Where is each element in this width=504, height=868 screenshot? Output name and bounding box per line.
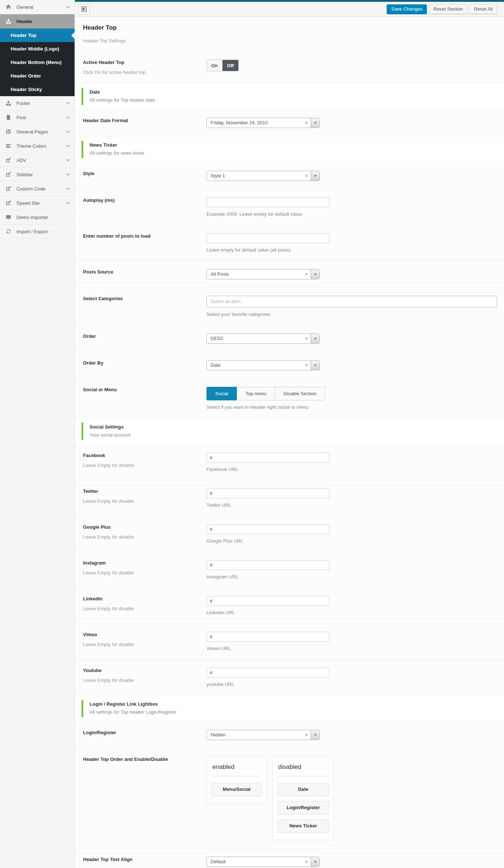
chevron-down-icon[interactable] [311, 361, 319, 370]
linkedin-url-input[interactable] [206, 596, 329, 606]
sorter-item-menu-social[interactable]: Menu/Social [212, 783, 262, 796]
field-label: Header Top Text Align [83, 857, 198, 863]
sidebar-item-header-sticky[interactable]: Header Sticky [0, 83, 75, 96]
theme-options-app: General Header Header Top Header Middle … [0, 0, 504, 868]
sidebar-item-header-top[interactable]: Header Top [0, 29, 75, 42]
google-plus-url-input[interactable] [206, 524, 329, 534]
chevron-down-icon [67, 101, 70, 105]
sidebar-item-speed-site[interactable]: Speed Site [0, 196, 75, 210]
select-categories-input[interactable] [206, 296, 497, 307]
option-social[interactable]: Social [206, 387, 237, 400]
text-align-select[interactable]: Default × [206, 857, 320, 867]
chevron-down-icon[interactable] [311, 857, 319, 867]
sidebar-item-header-middle[interactable]: Header Middle (Logo) [0, 42, 75, 56]
option-disable-section[interactable]: Disable Section [275, 387, 325, 400]
sidebar-item-post[interactable]: Post [0, 110, 75, 125]
sorter-item-login-register[interactable]: Login/Register [277, 801, 329, 814]
clear-icon[interactable]: × [305, 363, 308, 368]
section-date: Date All settings for Top header date [75, 83, 504, 110]
selected-value: Friday, November 24, 2010 [211, 120, 268, 125]
sidebar-item-label: General [16, 4, 33, 10]
field-hint: Select your favorite categories [206, 312, 497, 317]
facebook-url-input[interactable] [206, 453, 329, 463]
twitter-url-input[interactable] [206, 488, 329, 498]
sidebar-item-general[interactable]: General [0, 0, 75, 14]
sorter-enabled-box: enabled Menu/Social [206, 756, 267, 804]
chevron-down-icon [67, 115, 70, 119]
chevron-down-icon [67, 5, 70, 8]
section-title: News Ticker [90, 142, 497, 148]
field-desc: Click On for active header top [83, 69, 198, 75]
order-select[interactable]: DESC × [206, 333, 320, 344]
expand-options-button[interactable] [79, 4, 90, 15]
field-hint: Google Plus URL [206, 538, 497, 544]
youtube-url-input[interactable] [206, 668, 329, 678]
section-login-register: Login / Register Link Lightbox All setti… [75, 695, 504, 722]
field-row-header-top-order: Header Top Order and Enable/Disable enab… [75, 748, 504, 848]
rows-icon [5, 143, 12, 149]
sidebar-item-import-export[interactable]: Import / Export [0, 224, 75, 239]
field-label: Login/Register [83, 730, 198, 736]
sidebar-item-sidebar[interactable]: Sidebar [0, 167, 75, 182]
sidebar-item-general-pages[interactable]: General Pages [0, 125, 75, 139]
field-desc: Leave Empty for disable [83, 606, 198, 611]
toggle-off-button[interactable]: Off [223, 60, 238, 71]
chevron-down-icon[interactable] [311, 118, 319, 128]
chevron-down-icon[interactable] [311, 171, 319, 181]
save-changes-button[interactable]: Save Changes [387, 4, 427, 14]
field-row-select-categories: Select Categories Select your favorite c… [75, 287, 504, 325]
social-or-menu-button-group: Social Top menu Disable Section [206, 387, 325, 400]
posts-source-select[interactable]: All Posts × [206, 269, 320, 279]
header-date-format-select[interactable]: Friday, November 24, 2010 × [206, 118, 320, 128]
sidebar-item-header-order[interactable]: Header Order [0, 69, 75, 83]
sidebar-item-header[interactable]: Header [0, 14, 75, 29]
style-select[interactable]: Style 1 × [206, 171, 320, 181]
clear-icon[interactable]: × [305, 272, 308, 277]
field-row-login-register: Login/Register Hidden × [75, 722, 504, 748]
login-register-select[interactable]: Hidden × [206, 730, 320, 740]
field-row-autoplay: Autoplay (ms) Example 2000. Leave empty … [75, 189, 504, 225]
order-by-select[interactable]: Date × [206, 360, 320, 370]
field-label: Social or Menu [83, 387, 198, 393]
clear-icon[interactable]: × [305, 732, 308, 737]
screen-icon [5, 214, 12, 220]
header-submenu: Header Top Header Middle (Logo) Header B… [0, 29, 75, 96]
option-top-menu[interactable]: Top menu [236, 387, 275, 400]
sidebar-item-demo-importer[interactable]: Demo Importer [0, 210, 75, 224]
clear-icon[interactable]: × [305, 336, 308, 341]
reset-section-button[interactable]: Reset Section [429, 4, 467, 14]
section-desc: All settings for Top header Login/Regist… [90, 709, 497, 715]
field-row-style: Style Style 1 × [75, 163, 504, 189]
sidebar-item-header-bottom[interactable]: Header Bottom (Menu) [0, 56, 75, 69]
posts-to-load-input[interactable] [206, 233, 329, 243]
field-desc: Leave Empty for disable [83, 642, 198, 647]
reset-all-button[interactable]: Reset All [470, 4, 497, 14]
sidebar-item-label: Demo Importer [16, 215, 48, 220]
sidebar-item-theme-colors[interactable]: Theme Colors [0, 139, 75, 153]
toggle-on-button[interactable]: On [207, 60, 223, 71]
vimeo-url-input[interactable] [206, 632, 329, 642]
selected-value: DESC [211, 336, 224, 341]
sorter-item-date[interactable]: Date [277, 783, 329, 796]
chevron-down-icon [67, 129, 70, 133]
chevron-down-icon[interactable] [311, 730, 319, 740]
sidebar-item-custom-code[interactable]: Custom Code [0, 182, 75, 196]
chevron-down-icon [67, 158, 70, 162]
options-sidebar: General Header Header Top Header Middle … [0, 0, 75, 868]
sidebar-item-footer[interactable]: Footer [0, 96, 75, 110]
clear-icon[interactable]: × [305, 173, 308, 178]
sidebar-item-label: Footer [16, 101, 30, 106]
field-hint: Leave empty for default value (all posts… [206, 247, 497, 253]
edit-icon [5, 171, 12, 177]
autoplay-input[interactable] [206, 197, 329, 207]
sidebar-item-adv[interactable]: ADV [0, 153, 75, 167]
sidebar-item-label: Sidebar [16, 172, 33, 177]
instagram-url-input[interactable] [206, 560, 329, 570]
clear-icon[interactable]: × [305, 859, 308, 864]
sorter-item-news-ticker[interactable]: News Ticker [277, 819, 329, 833]
chevron-down-icon[interactable] [311, 334, 319, 343]
section-desc: Your social account [90, 432, 497, 438]
field-hint: Facebook URL [206, 467, 497, 472]
clear-icon[interactable]: × [305, 120, 308, 125]
chevron-down-icon[interactable] [311, 269, 319, 279]
